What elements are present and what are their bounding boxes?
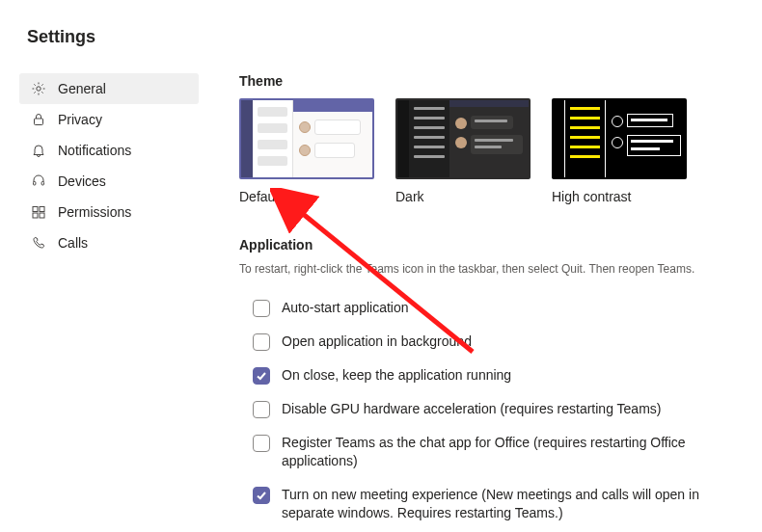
svg-rect-9 xyxy=(40,213,44,218)
settings-sidebar: General Privacy Notifi xyxy=(0,69,210,532)
sidebar-item-permissions[interactable]: Permissions xyxy=(19,197,199,227)
close-button[interactable] xyxy=(714,21,745,52)
application-heading: Application xyxy=(239,237,733,253)
lock-icon xyxy=(31,112,46,127)
app-option-label: Auto-start application xyxy=(282,299,409,317)
theme-option-default[interactable]: Default xyxy=(239,98,374,204)
svg-rect-8 xyxy=(33,213,38,218)
theme-heading: Theme xyxy=(239,73,733,89)
app-option-checkbox[interactable] xyxy=(253,333,270,351)
svg-point-2 xyxy=(37,87,41,91)
sidebar-item-notifications[interactable]: Notifications xyxy=(19,135,199,166)
app-option-row: Auto-start application xyxy=(239,291,733,325)
svg-rect-5 xyxy=(41,182,43,186)
app-option-row: Turn on new meeting experience (New meet… xyxy=(239,478,733,530)
app-option-checkbox[interactable] xyxy=(253,435,270,452)
theme-thumbnail-default xyxy=(239,98,374,179)
sidebar-item-devices[interactable]: Devices xyxy=(19,166,199,197)
app-option-label: Disable GPU hardware acceleration (requi… xyxy=(282,400,661,418)
sidebar-item-general[interactable]: General xyxy=(19,73,199,104)
app-option-label: On close, keep the application running xyxy=(282,366,511,385)
settings-content: Theme Default xyxy=(210,69,762,532)
sidebar-item-privacy[interactable]: Privacy xyxy=(19,104,199,135)
sidebar-item-label: Devices xyxy=(58,173,106,189)
app-option-row: Open application in background xyxy=(239,325,733,359)
app-option-label: Open application in background xyxy=(282,332,472,351)
theme-label: High contrast xyxy=(552,189,687,204)
application-hint: To restart, right-click the Teams icon i… xyxy=(239,262,733,276)
theme-option-high-contrast[interactable]: High contrast xyxy=(552,98,687,204)
app-option-row: Register Teams as the chat app for Offic… xyxy=(239,426,733,478)
app-option-row: Disable GPU hardware acceleration (requi… xyxy=(239,392,733,426)
app-option-row: On close, keep the application running xyxy=(239,359,733,392)
theme-label: Dark xyxy=(395,189,531,204)
app-option-checkbox[interactable] xyxy=(253,367,270,385)
sidebar-item-label: Privacy xyxy=(58,112,102,127)
theme-label: Default xyxy=(239,189,374,204)
svg-rect-4 xyxy=(34,182,36,186)
sidebar-item-label: Permissions xyxy=(58,204,131,220)
phone-icon xyxy=(31,235,46,251)
sidebar-item-calls[interactable]: Calls xyxy=(19,227,199,258)
svg-rect-6 xyxy=(33,207,38,212)
sidebar-item-label: General xyxy=(58,81,106,96)
permissions-icon xyxy=(31,204,46,220)
headset-icon xyxy=(31,173,46,189)
app-option-checkbox[interactable] xyxy=(253,487,270,504)
theme-thumbnail-high-contrast xyxy=(552,98,687,179)
app-option-label: Register Teams as the chat app for Offic… xyxy=(282,434,706,470)
svg-rect-7 xyxy=(40,207,44,212)
app-option-label: Turn on new meeting experience (New meet… xyxy=(282,486,706,522)
theme-thumbnail-dark xyxy=(395,98,531,179)
gear-icon xyxy=(31,81,46,96)
svg-rect-3 xyxy=(35,119,43,125)
theme-option-dark[interactable]: Dark xyxy=(395,98,531,204)
app-option-checkbox[interactable] xyxy=(253,300,270,317)
sidebar-item-label: Calls xyxy=(58,235,88,251)
bell-icon xyxy=(31,143,46,158)
sidebar-item-label: Notifications xyxy=(58,143,131,158)
page-title: Settings xyxy=(27,27,95,47)
app-option-checkbox[interactable] xyxy=(253,401,270,418)
